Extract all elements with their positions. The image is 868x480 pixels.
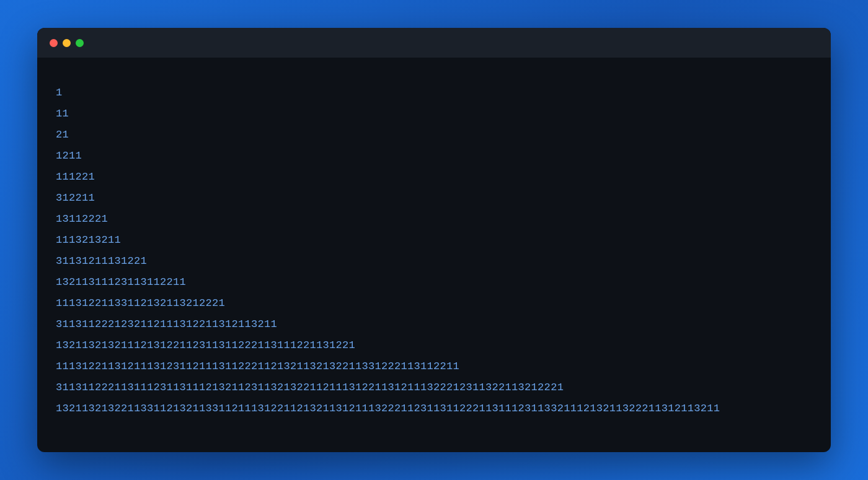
output-line: 111221 [56,167,812,188]
output-line: 312211 [56,188,812,209]
output-line: 3113112221232112111312211312113211 [56,314,812,335]
output-line: 1211 [56,146,812,167]
output-line: 21 [56,124,812,146]
output-line: 1321132132211331121321133112111312211213… [56,398,812,419]
output-line: 13112221 [56,209,812,230]
maximize-button[interactable] [76,39,84,47]
output-line: 3113112221131112311311121321123113213221… [56,377,812,398]
window-titlebar[interactable] [37,28,831,58]
output-line: 1 [56,82,812,103]
close-button[interactable] [50,39,58,47]
output-line: 31131211131221 [56,251,812,272]
output-line: 1321132132111213122112311311222113111221… [56,335,812,356]
terminal-output[interactable]: 1 11 21 1211 111221 312211 13112221 1113… [37,58,831,452]
output-line: 11 [56,103,812,124]
terminal-window: 1 11 21 1211 111221 312211 13112221 1113… [37,28,831,452]
traffic-lights [50,39,84,47]
output-line: 13211311123113112211 [56,272,812,293]
output-line: 1113122113121113123112111311222112132113… [56,356,812,377]
output-line: 11131221133112132113212221 [56,293,812,314]
output-line: 1113213211 [56,230,812,251]
minimize-button[interactable] [63,39,71,47]
